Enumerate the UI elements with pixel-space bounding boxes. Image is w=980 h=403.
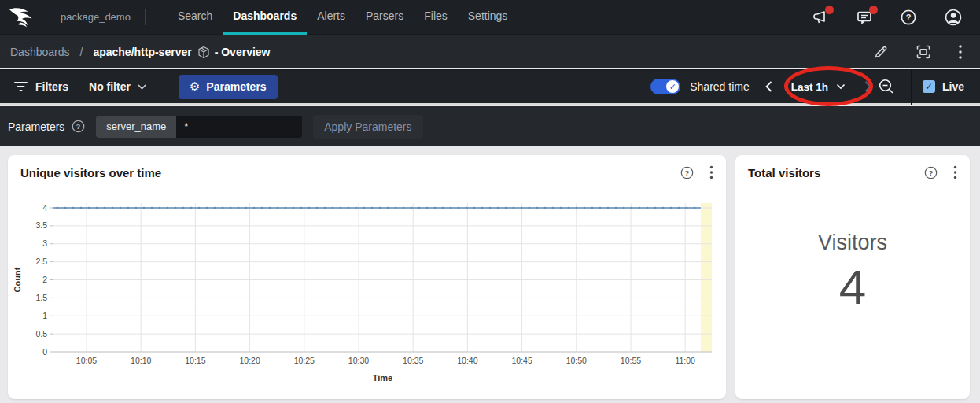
nav-item-parsers[interactable]: Parsers <box>356 0 414 35</box>
breadcrumb-separator: / <box>80 46 83 58</box>
parameters-label: Parameters <box>8 120 64 133</box>
svg-text:3: 3 <box>42 238 47 248</box>
dashboard-actions <box>873 44 963 60</box>
svg-text:10:35: 10:35 <box>403 356 423 365</box>
apply-parameters-button[interactable]: Apply Parameters <box>313 115 422 139</box>
user-avatar-icon[interactable] <box>944 8 963 27</box>
crowdstrike-logo[interactable] <box>0 7 46 28</box>
svg-text:Count: Count <box>13 267 22 292</box>
widget-kebab-icon[interactable] <box>953 165 957 179</box>
parameter-field-group: server_name <box>96 116 302 138</box>
widget-total-visitors: Total visitors ? Visitors 4 <box>735 155 970 399</box>
svg-text:4: 4 <box>42 203 47 213</box>
edit-icon[interactable] <box>873 44 889 60</box>
time-forward-icon[interactable] <box>864 81 871 92</box>
unique-visitors-line-chart[interactable]: 00.511.522.533.5410:0510:1010:1510:2010:… <box>8 155 726 399</box>
dashboard-title: apache/http-server <box>93 46 191 58</box>
single-value-display: Visitors 4 <box>735 231 970 312</box>
live-toggle[interactable]: ✓ Live <box>923 80 969 93</box>
time-controls: ✓ Shared time Last 1h <box>650 69 980 105</box>
svg-text:?: ? <box>929 168 934 177</box>
svg-text:10:50: 10:50 <box>566 356 587 365</box>
filters-button[interactable]: Filters <box>0 80 68 93</box>
gear-icon: ⚙ <box>190 79 200 94</box>
fullscreen-icon[interactable] <box>916 44 931 60</box>
filter-select[interactable]: No filter <box>89 80 146 93</box>
svg-text:10:10: 10:10 <box>131 356 151 365</box>
parameter-value-input[interactable] <box>176 116 302 138</box>
dashboard-content: Unique visitors over time ? 00.511.522.5… <box>0 146 980 403</box>
dashboard-subtitle: - Overview <box>215 46 271 58</box>
breadcrumb: Dashboards / apache/http-server - Overvi… <box>0 35 980 68</box>
toggle-knob: ✓ <box>666 80 679 93</box>
time-range-selector[interactable]: Last 1h <box>791 81 846 93</box>
svg-text:10:45: 10:45 <box>511 356 532 365</box>
package-icon <box>197 46 210 59</box>
widget-unique-visitors: Unique visitors over time ? 00.511.522.5… <box>8 155 726 399</box>
svg-text:0.5: 0.5 <box>35 329 47 338</box>
svg-text:10:30: 10:30 <box>348 356 369 365</box>
notification-badge <box>869 6 878 14</box>
svg-text:2: 2 <box>42 275 47 284</box>
svg-text:10:55: 10:55 <box>621 356 641 365</box>
filter-selected-value: No filter <box>89 80 131 93</box>
divider <box>164 69 164 105</box>
widget-actions: ? <box>924 165 957 179</box>
live-label: Live <box>942 80 964 93</box>
svg-text:10:05: 10:05 <box>76 356 97 365</box>
widget-help-icon[interactable]: ? <box>924 166 938 179</box>
topnav-actions: ? <box>812 8 980 27</box>
notification-badge <box>825 6 834 14</box>
single-value-label: Visitors <box>735 231 970 255</box>
live-checkbox[interactable]: ✓ <box>923 80 935 93</box>
zoom-out-time-icon[interactable] <box>878 78 895 95</box>
divider <box>145 9 146 25</box>
nav-item-search[interactable]: Search <box>168 0 223 35</box>
breadcrumb-dashboards-link[interactable]: Dashboards <box>10 46 70 58</box>
time-back-icon[interactable] <box>765 81 772 92</box>
nav-item-files[interactable]: Files <box>414 0 458 35</box>
chevron-down-icon <box>138 84 146 90</box>
chevron-down-icon <box>836 83 846 90</box>
help-icon[interactable]: ? <box>900 9 917 26</box>
svg-text:1: 1 <box>42 311 47 320</box>
shared-time-label: Shared time <box>690 80 749 93</box>
nav-item-alerts[interactable]: Alerts <box>307 0 356 35</box>
divider <box>911 69 912 105</box>
parameters-help-icon[interactable]: ? <box>72 120 85 133</box>
nav-item-settings[interactable]: Settings <box>458 0 518 35</box>
dashboard-screen: package_demo Search Dashboards Alerts Pa… <box>0 0 980 403</box>
messages-icon[interactable] <box>856 9 873 26</box>
falcon-logo-icon <box>9 7 37 28</box>
parameters-button[interactable]: ⚙ Parameters <box>179 75 278 99</box>
main-nav: Search Dashboards Alerts Parsers Files S… <box>168 0 518 35</box>
svg-text:11:00: 11:00 <box>675 356 695 365</box>
widget-header: Total visitors ? <box>735 155 970 190</box>
announcements-icon[interactable] <box>812 9 829 26</box>
svg-text:10:15: 10:15 <box>185 356 205 365</box>
svg-text:3.5: 3.5 <box>35 220 47 230</box>
svg-text:10:40: 10:40 <box>457 356 477 365</box>
parameter-name-label: server_name <box>96 116 176 138</box>
widget-title: Total visitors <box>748 166 820 179</box>
nav-item-dashboards[interactable]: Dashboards <box>223 0 307 35</box>
project-name[interactable]: package_demo <box>46 11 145 23</box>
filter-icon <box>14 81 28 92</box>
svg-text:1.5: 1.5 <box>35 293 47 302</box>
svg-text:10:20: 10:20 <box>239 356 260 365</box>
live-bucket-highlight <box>701 203 712 352</box>
svg-text:2.5: 2.5 <box>35 257 47 266</box>
parameters-row: Parameters ? server_name Apply Parameter… <box>0 106 980 146</box>
single-value-number: 4 <box>735 263 970 312</box>
svg-text:?: ? <box>76 122 81 131</box>
svg-text:?: ? <box>906 13 912 22</box>
shared-time-toggle[interactable]: ✓ <box>650 79 680 94</box>
top-navigation: package_demo Search Dashboards Alerts Pa… <box>0 0 980 35</box>
time-navigation: Last 1h <box>765 78 908 95</box>
svg-text:0: 0 <box>42 347 47 357</box>
svg-text:Time: Time <box>373 373 392 383</box>
filters-label: Filters <box>35 80 68 93</box>
kebab-menu-icon[interactable] <box>958 44 963 60</box>
filter-bar: Filters No filter ⚙ Parameters ✓ Shared … <box>0 69 980 105</box>
svg-text:10:25: 10:25 <box>294 356 315 365</box>
